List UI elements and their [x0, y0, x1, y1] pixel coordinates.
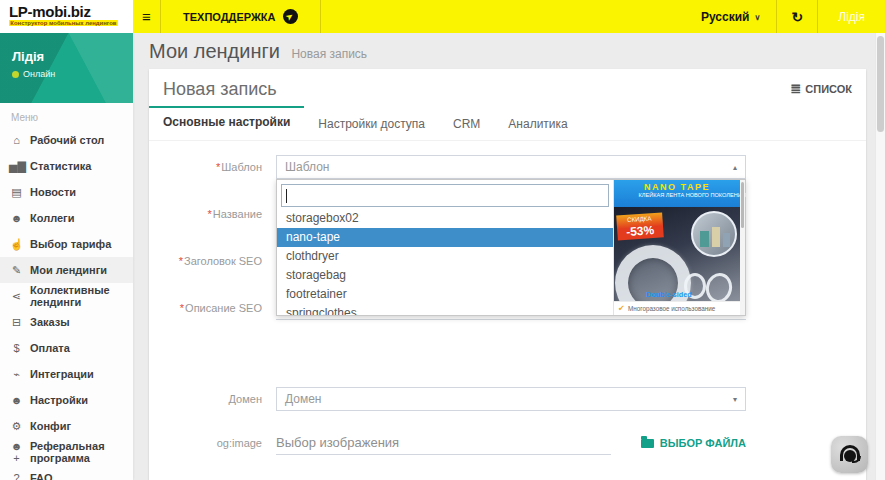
name-label: *Название — [149, 208, 276, 220]
content-card: Новая запись ≣ СПИСОК Основные настройки… — [149, 69, 866, 480]
cart-icon: ⊟ — [9, 316, 24, 329]
template-control: Шаблон ▴ — [276, 155, 746, 179]
dropdown-scrollbar-thumb[interactable] — [741, 182, 744, 228]
gears-icon: ⚙ — [9, 420, 24, 433]
sidebar-item-integrations[interactable]: ⌁ Интеграции — [0, 361, 133, 387]
list-button[interactable]: ≣ СПИСОК — [790, 82, 852, 95]
sidebar-item-desktop[interactable]: ⌂ Рабочий стол — [0, 127, 133, 153]
language-label: Русский — [701, 10, 750, 24]
logo[interactable]: LP-mobi.biz Конструктор мобильных лендин… — [0, 0, 133, 33]
sidebar-item-colleagues[interactable]: ☻ Коллеги — [0, 205, 133, 231]
template-select[interactable]: Шаблон ▴ — [276, 155, 746, 179]
sidebar: Лідія Онлайн Меню ⌂ Рабочий стол ▅▇ Стат… — [0, 33, 133, 480]
dropdown-search — [281, 184, 609, 207]
language-selector[interactable]: Русский ∨ — [685, 0, 776, 33]
domain-select-placeholder: Домен — [285, 392, 322, 406]
template-search-input[interactable] — [282, 185, 608, 206]
user-panel: Лідія Онлайн — [0, 33, 133, 103]
sidebar-item-label: Коллективные лендинги — [30, 284, 124, 308]
hand-pointer-icon: ☝ — [9, 238, 24, 251]
discount-badge: СКИДКА -53% — [616, 212, 663, 240]
online-status-dot — [12, 71, 19, 78]
text-cursor — [286, 189, 287, 203]
header-username[interactable]: Лідія — [818, 0, 885, 33]
sidebar-item-label: Конфиг — [30, 420, 71, 432]
sidebar-item-orders[interactable]: ⊟ Заказы — [0, 309, 133, 335]
landing-form: *Шаблон Шаблон ▴ *Название — [149, 141, 866, 455]
discount-badge-label: СКИДКА — [627, 215, 652, 223]
sidebar-item-label: Коллеги — [30, 212, 74, 224]
sidebar-item-label: Заказы — [30, 316, 70, 328]
sidebar-item-settings[interactable]: ☻ Настройки — [0, 387, 133, 413]
ogimage-control: ВЫБОР ФАЙЛА — [276, 431, 746, 455]
sidebar-item-label: Реферальная программа — [30, 440, 124, 464]
dropdown-option[interactable]: springclothes — [277, 304, 613, 315]
page-title: Мои лендинги — [149, 40, 280, 62]
sidebar-item-label: Статистика — [30, 160, 92, 172]
header-right: Русский ∨ ↻ Лідія — [685, 0, 885, 33]
telegram-icon: ➤ — [283, 9, 298, 24]
user-icon: ☻ — [9, 394, 24, 406]
template-label: *Шаблон — [149, 161, 276, 173]
top-header: LP-mobi.biz Конструктор мобильных лендин… — [0, 0, 885, 33]
sidebar-item-config[interactable]: ⚙ Конфиг — [0, 413, 133, 439]
sidebar-item-payment[interactable]: $ Оплата — [0, 335, 133, 361]
dropdown-option[interactable]: footretainer — [277, 285, 613, 304]
support-chat-widget[interactable] — [831, 436, 868, 473]
tab-bar: Основные настройки Настройки доступа CRM… — [149, 106, 866, 141]
share-icon: ⋖ — [9, 290, 24, 303]
card-header: Новая запись ≣ СПИСОК — [149, 69, 866, 104]
sidebar-item-my-landings[interactable]: ✎ Мои лендинги — [0, 257, 133, 283]
list-button-label: СПИСОК — [805, 83, 852, 95]
logo-subtitle: Конструктор мобильных лендингов — [9, 20, 118, 26]
sidebar-item-tariff[interactable]: ☝ Выбор тарифа — [0, 231, 133, 257]
preview-caption: Double-sided — [646, 291, 692, 299]
ogimage-input[interactable] — [276, 431, 611, 455]
dollar-icon: $ — [9, 342, 24, 354]
tab-main-settings[interactable]: Основные настройки — [149, 106, 304, 140]
preview-benefit-text: Многоразовое использование — [628, 305, 715, 312]
support-link[interactable]: ТЕХПОДДЕРЖКА ➤ — [161, 0, 321, 33]
ogimage-row: og:image ВЫБОР ФАЙЛА — [149, 431, 866, 455]
dropdown-option[interactable]: storagebox02 — [277, 209, 613, 228]
required-marker: * — [216, 161, 220, 173]
refresh-button[interactable]: ↻ — [777, 0, 817, 33]
choose-file-button[interactable]: ВЫБОР ФАЙЛА — [641, 437, 746, 449]
sidebar-item-statistics[interactable]: ▅▇ Статистика — [0, 153, 133, 179]
discount-badge-value: -53% — [622, 224, 658, 238]
desktop-icon: ⌂ — [9, 134, 24, 146]
menu-section-label: Меню — [0, 103, 133, 127]
dropdown-scrollbar[interactable] — [740, 180, 745, 315]
required-marker: * — [208, 208, 212, 220]
hamburger-icon: ≡ — [142, 8, 151, 25]
sidebar-item-faq[interactable]: ? FAQ — [0, 465, 133, 480]
tab-analytics[interactable]: Аналитика — [494, 106, 581, 140]
domain-select[interactable]: Домен ▾ — [276, 387, 746, 411]
dropdown-option-highlighted[interactable]: nano-tape — [277, 228, 613, 247]
sidebar-toggle-button[interactable]: ≡ — [133, 0, 161, 33]
main-content: Мои лендинги Новая запись Новая запись ≣… — [133, 33, 885, 480]
page: LP-mobi.biz Конструктор мобильных лендин… — [0, 0, 885, 480]
check-icon: ✔ — [618, 305, 625, 313]
tab-access-settings[interactable]: Настройки доступа — [304, 106, 439, 140]
sidebar-item-label: Выбор тарифа — [30, 238, 111, 250]
sidebar-item-label: Мои лендинги — [30, 264, 107, 276]
sidebar-item-news[interactable]: ▤ Новости — [0, 179, 133, 205]
template-preview: NANO TAPE КЛЕЙКАЯ ЛЕНТА НОВОГО ПОКОЛЕНИЯ… — [613, 180, 740, 315]
chevron-up-icon: ▴ — [733, 163, 737, 172]
sidebar-item-referral[interactable]: ☻+ Реферальная программа — [0, 439, 133, 465]
tab-crm[interactable]: CRM — [439, 106, 494, 140]
page-scrollbar[interactable] — [875, 33, 885, 480]
required-marker: * — [179, 255, 183, 267]
chevron-down-icon: ∨ — [754, 13, 760, 22]
users-icon: ☻ — [9, 212, 24, 224]
seo-desc-label: *Описание SEO — [149, 302, 276, 314]
domain-row: Домен Домен ▾ — [149, 387, 866, 411]
dropdown-option[interactable]: storagebag — [277, 266, 613, 285]
dropdown-options: storagebox02 nano-tape clothdryer storag… — [277, 209, 613, 315]
page-scrollbar-thumb[interactable] — [877, 36, 884, 132]
sidebar-menu: ⌂ Рабочий стол ▅▇ Статистика ▤ Новости ☻… — [0, 127, 133, 480]
dropdown-option[interactable]: clothdryer — [277, 247, 613, 266]
sidebar-item-collective-landings[interactable]: ⋖ Коллективные лендинги — [0, 283, 133, 309]
preview-photo: СКИДКА -53% Double-sided — [614, 207, 740, 301]
